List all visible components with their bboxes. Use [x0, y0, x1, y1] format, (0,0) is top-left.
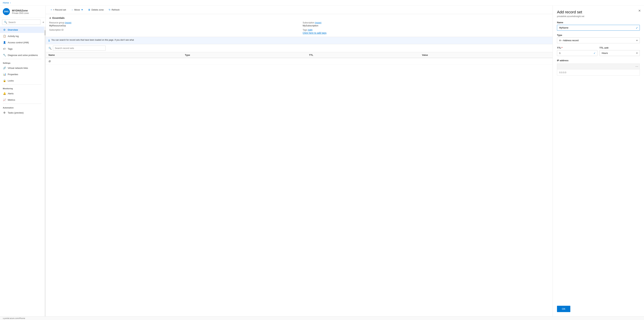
info-message: You can search for record sets that have… — [51, 39, 134, 41]
record-set-icon: + — [51, 9, 52, 11]
alerts-icon: 🔔 — [3, 92, 6, 95]
status-bar: s.portal.azure.com/#home — [0, 316, 644, 320]
delete-zone-button[interactable]: 🗑 Delete zone — [86, 8, 106, 12]
sidebar-item-virtual-network-links[interactable]: 🔗 Virtual network links — [0, 65, 44, 71]
sidebar-item-label: Overview — [8, 29, 18, 31]
diagnose-icon: 🔧 — [3, 54, 6, 57]
tags-label: Tags (edit) — [303, 29, 549, 31]
metrics-icon: 📈 — [3, 98, 6, 101]
overview-icon: ⊙ — [3, 28, 6, 31]
sidebar-item-label: Metrics — [8, 99, 15, 101]
tags-icon: 🏷 — [3, 47, 6, 50]
cell-ttl — [306, 58, 419, 64]
sidebar-item-tags[interactable]: 🏷 Tags — [0, 46, 44, 52]
move-button[interactable]: → Move ▼ — [69, 8, 86, 12]
sidebar-item-properties[interactable]: 📊 Properties — [0, 71, 44, 78]
sidebar-item-label: Alerts — [8, 92, 14, 95]
record-set-label: + Record set — [53, 9, 66, 11]
refresh-label: Refresh — [112, 9, 120, 11]
record-set-button[interactable]: + + Record set — [48, 8, 68, 12]
delete-zone-icon: 🗑 — [88, 9, 90, 11]
col-value: Value — [419, 52, 552, 58]
sidebar-item-alerts[interactable]: 🔔 Alerts — [0, 90, 44, 97]
activity-log-icon: 📋 — [3, 35, 6, 38]
resource-avatar: DNS — [3, 8, 10, 15]
subscription-label: Subscription (move) — [303, 22, 549, 24]
refresh-icon: ↻ — [109, 9, 110, 11]
subscription-value: MySubscription — [303, 24, 549, 27]
sidebar-item-label: Access control (IAM) — [8, 41, 29, 44]
panel-close-button[interactable]: ✕ — [638, 9, 641, 13]
move-label: Move — [74, 9, 80, 11]
col-ttl: TTL — [306, 52, 419, 58]
refresh-button[interactable]: ↻ Refresh — [106, 8, 122, 12]
cell-name: @ — [46, 58, 182, 64]
sidebar-item-locks[interactable]: 🔒 Locks — [0, 78, 44, 84]
access-control-icon: 👤 — [3, 41, 6, 44]
name-input[interactable] — [557, 25, 640, 31]
right-panel: ✕ Add record set privatelink.azurehdinsi… — [552, 6, 644, 316]
ttl-unit-select[interactable]: SecondsMinutesHoursDays — [600, 50, 640, 56]
sidebar-item-overview[interactable]: ⊙ Overview — [0, 27, 44, 33]
sidebar-collapse-button[interactable]: « — [41, 20, 46, 25]
ip-address-input[interactable] — [557, 69, 640, 76]
breadcrumb-separator: › — [10, 2, 11, 4]
col-name: Name — [46, 52, 182, 58]
sidebar-item-label: Diagnose and solve problems — [8, 54, 38, 57]
tags-add-link[interactable]: Click here to add tags — [303, 32, 549, 34]
essentials-title: Essentials — [52, 17, 64, 19]
move-chevron-icon: ▼ — [81, 9, 83, 11]
name-check-icon: ✓ — [636, 26, 638, 29]
table-row[interactable]: @ — [46, 58, 552, 64]
record-search-input[interactable] — [53, 46, 106, 51]
search-icon: 🔍 — [4, 21, 7, 24]
essentials-section: ∧ Essentials Resource group (move) MyRes… — [46, 14, 552, 37]
sidebar-item-metrics[interactable]: 📈 Metrics — [0, 97, 44, 103]
sidebar-search-input[interactable] — [8, 21, 38, 24]
properties-icon: 📊 — [3, 73, 6, 76]
ttl-field-label: TTL* — [557, 47, 598, 49]
sidebar-item-label: Properties — [8, 73, 18, 76]
ttl-unit-label: TTL unit — [600, 47, 640, 49]
tags-edit-link[interactable]: (edit) — [308, 29, 312, 31]
subscription-move-link[interactable]: (move) — [315, 22, 322, 24]
sidebar-item-tasks-preview[interactable]: ⚙ Tasks (preview) — [0, 110, 44, 116]
sidebar: DNS MYDNSZone Private DNS zone 🔍 « ⊙ — [0, 6, 46, 316]
sidebar-item-activity-log[interactable]: 📋 Activity log — [0, 33, 44, 39]
virtual-network-icon: 🔗 — [3, 67, 6, 69]
status-url: s.portal.azure.com/#home — [3, 317, 25, 319]
cell-type — [182, 58, 306, 64]
essentials-header[interactable]: ∧ Essentials — [49, 17, 549, 19]
info-bar: ℹ You can search for record sets that ha… — [46, 37, 552, 44]
automation-section-label: Automation — [0, 105, 44, 110]
settings-section-label: Settings — [0, 60, 44, 65]
resource-type: Private DNS zone — [12, 12, 29, 15]
delete-zone-label: Delete zone — [92, 9, 104, 11]
locks-icon: 🔒 — [3, 79, 6, 82]
toolbar: + + Record set → Move ▼ 🗑 Delete zone ↻ … — [46, 6, 552, 14]
col-type: Type — [182, 52, 306, 58]
ok-button[interactable]: OK — [557, 306, 570, 312]
sidebar-item-label: Activity log — [8, 35, 19, 38]
ip-more-button[interactable]: ⋯ — [636, 65, 638, 68]
resource-name: MYDNSZone — [12, 9, 29, 12]
type-select[interactable]: A – Address recordAAAA – IPv6 address re… — [557, 38, 640, 43]
essentials-collapse-icon: ∧ — [49, 17, 51, 19]
ttl-check-icon: ✓ — [594, 52, 596, 55]
name-field-label: Name — [557, 21, 640, 24]
sidebar-item-diagnose[interactable]: 🔧 Diagnose and solve problems — [0, 52, 44, 58]
move-icon: → — [71, 9, 73, 11]
panel-title: Add record set — [557, 10, 640, 15]
panel-subtitle: privatelink.azurehdinsight.net — [557, 15, 640, 18]
monitoring-section-label: Monitoring — [0, 85, 44, 90]
cell-value — [419, 58, 552, 64]
breadcrumb-home[interactable]: Home — [3, 2, 9, 4]
ttl-input[interactable] — [557, 50, 598, 56]
main-content: + + Record set → Move ▼ 🗑 Delete zone ↻ … — [46, 6, 552, 316]
resource-group-move-link[interactable]: (move) — [65, 22, 72, 24]
sidebar-item-label: Locks — [8, 79, 14, 82]
record-table: Name Type TTL Value @ — [46, 52, 552, 316]
sidebar-item-access-control[interactable]: 👤 Access control (IAM) — [0, 39, 44, 46]
info-icon: ℹ — [48, 39, 50, 42]
type-field-label: Type — [557, 34, 640, 37]
